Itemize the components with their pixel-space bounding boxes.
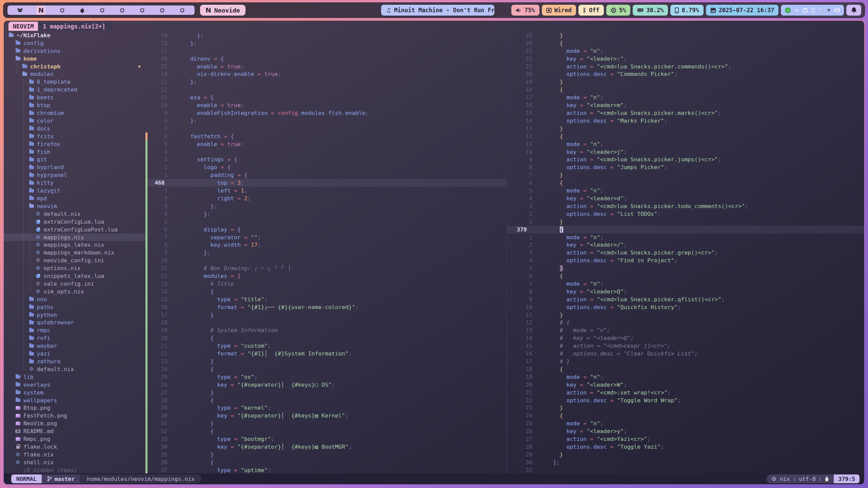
editor-line-2[interactable]: 2 key = "<leader>/";: [507, 241, 864, 249]
editor-line-23[interactable]: 23 }: [507, 404, 864, 412]
clipboard-icon[interactable]: [803, 8, 808, 13]
editor-line-19[interactable]: 19 # System Information: [145, 326, 507, 334]
tree-item-config[interactable]: config: [4, 39, 145, 47]
editor-line-36[interactable]: 36 {: [145, 459, 507, 466]
editor-line-5[interactable]: 5: [145, 218, 507, 226]
tree-item-qutebrowser[interactable]: │ qutebrowser: [4, 319, 145, 327]
network-pill[interactable]: Wired: [542, 5, 576, 16]
tree-item-mappings_latex.nix[interactable]: │ │ ⚙mappings_latex.nix: [4, 241, 145, 249]
tree-item-nnn[interactable]: │ nnn: [4, 296, 145, 303]
tree-item-fcitx[interactable]: │ fcitx: [4, 133, 145, 140]
editor-line-8[interactable]: 8 };: [145, 117, 507, 125]
editor-line-37[interactable]: 37 type = "uptime";: [145, 466, 507, 473]
editor-line-1[interactable]: 1 mode = "n";: [507, 233, 864, 241]
editor-line-8[interactable]: 8 key.width = 17;: [145, 241, 507, 249]
editor-line-10[interactable]: 10 key = "<leader>j";: [507, 148, 864, 156]
editor-line-6[interactable]: 6 fastfetch = {: [145, 133, 507, 140]
editor-line-5[interactable]: 5 enable = true;: [145, 140, 507, 148]
editor-line-11[interactable]: 11 # Box Drawing: ┌ ─ ┐ ╰ ╯ │: [145, 264, 507, 272]
editor-line-31[interactable]: 31 }: [145, 420, 507, 427]
editor-line-20[interactable]: 20 {: [145, 334, 507, 342]
tree-item-vale_config.ini[interactable]: │ │ ⚙vale_config.ini: [4, 280, 145, 288]
editor-line-33[interactable]: 33 type = "bootmgr";: [145, 435, 507, 443]
editor-line-6[interactable]: 6 {: [507, 272, 864, 280]
bluetooth-pill[interactable]: ᛒOff: [578, 5, 604, 16]
editor-line-12[interactable]: 12 modules = [: [145, 272, 507, 280]
phone-outline-icon[interactable]: [811, 8, 815, 13]
editor-line-1[interactable]: 1 }: [507, 218, 864, 226]
workspace-6-square-icon[interactable]: [118, 6, 126, 14]
tree-item-shell.nix[interactable]: ⚙shell.nix: [4, 459, 145, 466]
editor-line-22[interactable]: 22 key = "<leader>:";: [507, 55, 864, 63]
editor-line-4[interactable]: 4 };: [145, 210, 507, 218]
editor-line-24[interactable]: 24 {: [507, 412, 864, 420]
editor-line-30[interactable]: 30 ];: [507, 459, 864, 466]
editor-line-18[interactable]: 18 {: [507, 365, 864, 373]
volume-pill[interactable]: 75%: [511, 5, 539, 16]
editor-line-6[interactable]: 6 display = {: [145, 226, 507, 233]
editor-line-25[interactable]: 25 mode = "n";: [507, 420, 864, 427]
editor-line-23[interactable]: 23 mode = "n";: [507, 47, 864, 55]
clock-pill[interactable]: 2025-07-22 16:37: [706, 5, 779, 16]
editor-line-24[interactable]: 24 {: [507, 39, 864, 47]
editor-line-26[interactable]: 26 key = "{#separator}│ {#keys}▢ OS";: [145, 381, 507, 389]
editor-line-22[interactable]: 22 options.desc = "Toggle Word Wrap";: [507, 396, 864, 404]
editor-line-27[interactable]: 27 }: [145, 389, 507, 396]
editor-line-23[interactable]: 23 }: [145, 358, 507, 365]
editor-line-10[interactable]: 10 options.desc = "Quickfix History";: [507, 303, 864, 311]
tree-item-extraconfiglua.lua[interactable]: │ │ extraConfigLua.lua: [4, 218, 145, 226]
editor-line-18[interactable]: 18: [145, 319, 507, 327]
editor-line-32[interactable]: 32 {: [145, 427, 507, 435]
editor-line-9[interactable]: 9 enableFishIntegration = config.modules…: [145, 109, 507, 117]
tree-item-neovim[interactable]: │ neovim: [4, 202, 145, 210]
tree-item-neovide_config.ini[interactable]: │ │ ⚙neovide_config.ini: [4, 257, 145, 264]
tree-item-default.nix[interactable]: └ ⚙default.nix: [4, 365, 145, 373]
tab-mappings-nix[interactable]: 1 mappings.nix[2+]: [38, 22, 113, 31]
tree-item-system[interactable]: system: [4, 389, 145, 396]
editor-line-17[interactable]: 17 # }: [507, 358, 864, 365]
triangle-icon[interactable]: ▼: [827, 7, 830, 13]
editor-line-13[interactable]: 13 # Title: [145, 280, 507, 288]
editor-line-7[interactable]: 7: [145, 125, 507, 133]
tree-item-default.nix[interactable]: │ │ ⚙default.nix: [4, 210, 145, 218]
tree-item-fish[interactable]: │ fish: [4, 148, 145, 156]
tree-item-zathura[interactable]: │ zathura: [4, 358, 145, 365]
editor-line-1[interactable]: 1 left = 1;: [145, 187, 507, 195]
keys-icon[interactable]: [818, 8, 824, 13]
editor-line-3[interactable]: 3 };: [145, 202, 507, 210]
editor-line-25[interactable]: 25 }: [507, 32, 864, 39]
editor-line-4[interactable]: 4 key = "<leader>d";: [507, 195, 864, 202]
workspace-3-square-icon[interactable]: [58, 6, 66, 14]
editor-line-2[interactable]: 2 logo = {: [145, 163, 507, 171]
editor-line-13[interactable]: 13 # mode = "n";: [507, 326, 864, 334]
editor-line-15[interactable]: 15 # action = "<cmd>cexpr []<cr>";: [507, 342, 864, 350]
tree-item-flake.lock[interactable]: flake.lock: [4, 443, 145, 451]
editor-line-10[interactable]: 10 enable = true;: [145, 101, 507, 109]
active-window-title[interactable]: N Neovide: [200, 5, 245, 16]
editor-line-12[interactable]: 12: [145, 86, 507, 94]
editor-line-31[interactable]: 31: [507, 466, 864, 473]
tree-item-chromium[interactable]: │ chromium: [4, 109, 145, 117]
tree-item-rmpc[interactable]: │ rmpc: [4, 326, 145, 334]
editor-pane-right[interactable]: 25 }24 {23 mode = "n";22 key = "<leader>…: [507, 31, 864, 473]
notifications-bell[interactable]: [846, 5, 861, 16]
tree-item-kitty[interactable]: │ kitty: [4, 179, 145, 187]
tree-item-docs[interactable]: │ docs: [4, 125, 145, 133]
editor-line-13[interactable]: 13 }: [507, 125, 864, 133]
tree-item-hyprpanel[interactable]: │ hyprpanel: [4, 171, 145, 179]
tree-item-rofi[interactable]: │ rofi: [4, 334, 145, 342]
tree-item-btop[interactable]: │ btop: [4, 101, 145, 109]
editor-line-21[interactable]: 21 action = "<cmd>lua Snacks.picker.comm…: [507, 63, 864, 70]
editor-line-11[interactable]: 11 eza = {: [145, 94, 507, 101]
editor-line-16[interactable]: 16 # options.desc = "Clear Quickfix List…: [507, 350, 864, 358]
editor-line-1[interactable]: 1 padding = {: [145, 171, 507, 179]
tree-item-firefox[interactable]: │ firefox: [4, 140, 145, 148]
tree-item-vim_opts.nix[interactable]: │ └ ⚙vim_opts.nix: [4, 288, 145, 296]
editor-line-21[interactable]: 21 action = "<cmd>:set wrap!<cr>";: [507, 389, 864, 396]
cpu-pill[interactable]: 5%: [606, 5, 630, 16]
workspace-1-cat-icon[interactable]: [16, 6, 24, 14]
tree-item-waybar[interactable]: │ waybar: [4, 342, 145, 350]
tree-item-derivations[interactable]: derivations: [4, 47, 145, 55]
editor-line-8[interactable]: 8 key = "<leader>Q";: [507, 288, 864, 296]
editor-line-8[interactable]: 8 options.desc = "Jumps Picker";: [507, 163, 864, 171]
